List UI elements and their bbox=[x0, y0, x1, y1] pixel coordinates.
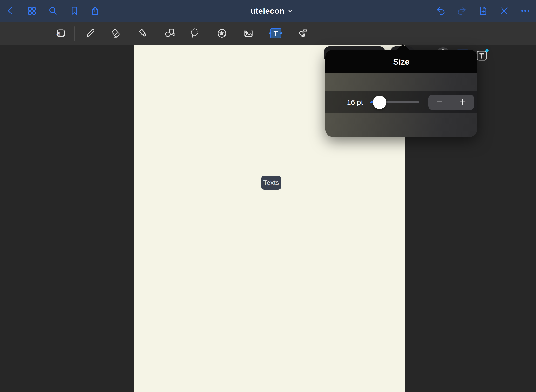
size-value-label: 16 pt bbox=[337, 91, 372, 113]
pen-mode-toggle-button[interactable] bbox=[499, 6, 509, 16]
lasso-icon bbox=[189, 27, 201, 39]
eraser-icon bbox=[110, 27, 121, 39]
size-popover: Size 16 pt − + bbox=[325, 50, 477, 137]
share-icon bbox=[90, 6, 100, 16]
image-icon bbox=[243, 27, 254, 39]
bookmark-button[interactable] bbox=[69, 6, 80, 16]
undo-icon bbox=[436, 6, 446, 16]
highlighter-icon bbox=[137, 27, 149, 39]
popover-header: Size bbox=[325, 50, 477, 73]
back-button[interactable] bbox=[5, 6, 16, 16]
pen-tool-button[interactable] bbox=[84, 27, 96, 39]
back-chevron-icon bbox=[5, 6, 16, 16]
favorite-text-style-button[interactable] bbox=[475, 48, 489, 62]
eraser-tool-button[interactable] bbox=[110, 27, 121, 39]
text-tool-icon: T bbox=[274, 30, 278, 37]
zoom-window-icon: a bbox=[55, 27, 67, 39]
size-slider-row: 16 pt − + bbox=[325, 91, 477, 113]
pen-icon bbox=[84, 27, 96, 39]
selection-handle-icon bbox=[269, 32, 271, 34]
toolbar-divider bbox=[74, 26, 75, 41]
size-stepper: − + bbox=[428, 95, 474, 110]
more-ellipsis-icon bbox=[520, 6, 531, 16]
size-decrease-button[interactable]: − bbox=[428, 95, 451, 110]
redo-button[interactable] bbox=[456, 6, 467, 16]
highlighter-tool-button[interactable] bbox=[137, 27, 149, 39]
shapes-icon bbox=[164, 27, 176, 39]
app-window: utelecon bbox=[0, 0, 536, 392]
undo-button[interactable] bbox=[436, 6, 446, 16]
chevron-down-icon bbox=[288, 8, 293, 14]
document-title-button[interactable]: utelecon bbox=[250, 0, 293, 22]
svg-text:a: a bbox=[57, 29, 60, 37]
search-icon bbox=[48, 6, 58, 16]
image-tool-button[interactable] bbox=[243, 27, 254, 39]
favorite-text-icon bbox=[475, 48, 489, 62]
add-page-button[interactable] bbox=[478, 6, 488, 16]
page-thumbnails-icon bbox=[27, 6, 37, 16]
canvas-text-object[interactable]: Texts bbox=[261, 176, 281, 190]
share-button[interactable] bbox=[90, 6, 100, 16]
bookmark-icon bbox=[69, 6, 80, 16]
lasso-tool-button[interactable] bbox=[189, 27, 201, 39]
search-button[interactable] bbox=[48, 6, 58, 16]
slider-thumb[interactable] bbox=[373, 96, 386, 109]
popover-body: 16 pt − + bbox=[325, 73, 477, 137]
pen-mode-toggle-icon bbox=[499, 6, 509, 16]
top-navigation-bar: utelecon bbox=[0, 0, 536, 22]
size-increase-button[interactable]: + bbox=[451, 95, 474, 110]
redo-icon bbox=[456, 6, 467, 16]
add-page-icon bbox=[478, 6, 488, 16]
laser-pointer-tool-button[interactable] bbox=[296, 27, 308, 39]
page-thumbnails-button[interactable] bbox=[27, 6, 37, 16]
popover-arrow bbox=[396, 44, 410, 50]
text-tool-button[interactable]: T bbox=[270, 27, 281, 39]
popover-title: Size bbox=[393, 57, 409, 66]
page-title: utelecon bbox=[250, 6, 284, 16]
shapes-tool-button[interactable] bbox=[164, 27, 176, 39]
size-slider[interactable] bbox=[370, 91, 419, 113]
toolbar-divider bbox=[320, 26, 320, 41]
laser-pointer-icon bbox=[296, 27, 308, 39]
zoom-window-tool-button[interactable]: a bbox=[55, 27, 67, 39]
sticker-icon bbox=[216, 27, 228, 39]
text-tool-selected-box: T bbox=[270, 28, 281, 38]
tools-toolbar: a bbox=[0, 22, 536, 45]
more-options-button[interactable] bbox=[520, 6, 531, 16]
selection-handle-icon bbox=[280, 32, 282, 34]
sticker-tool-button[interactable] bbox=[216, 27, 228, 39]
